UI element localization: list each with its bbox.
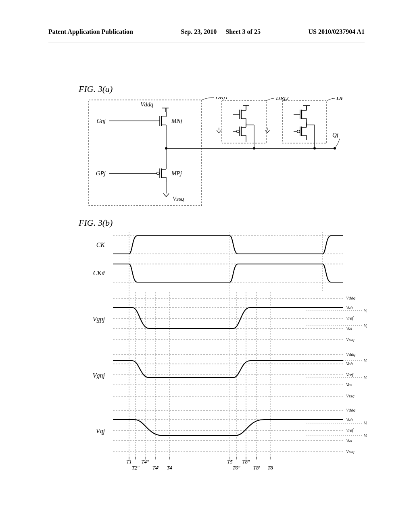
waveform-vgnj [113,361,343,378]
xtick: T4 [167,465,172,471]
signal-vgpj: Vgpj [93,316,105,323]
lvl: Vns [364,375,367,380]
svg-point-42 [313,147,316,150]
waveform-ckb [113,264,343,282]
lvl: Vref [346,316,354,320]
mnj-label: MNj [171,118,182,124]
page-header: Patent Application Publication Sep. 23, … [48,28,365,42]
lvl: Voh [346,361,353,366]
lvl: Vssq [346,393,355,398]
drj2-label: DRj2 [275,97,289,101]
xtick: T8' [253,465,260,471]
fig-3b-label: FIG. 3(b) [79,218,113,228]
lvl: Voh [346,417,353,422]
page: Patent Application Publication Sep. 23, … [0,0,413,532]
lvl: Vrh [364,420,367,425]
signal-vqj: Vqj [96,428,105,435]
lvl: Vddq [346,295,356,300]
drj2-box [222,101,266,143]
drj1-box [89,100,202,206]
lvl: Vref [346,428,354,432]
lvl: Vnh [364,358,367,363]
xtick: T5 [227,459,233,465]
header-sheet: Sheet 3 of 25 [225,28,261,40]
header-date: Sep. 23, 2010 [181,28,217,40]
waveform-vqj [113,420,343,436]
vssq-label: Vssq [173,195,184,202]
gpj-label: GPj [96,170,106,177]
drj1-label: DRj1 [215,97,228,100]
lvl: Vos [346,438,352,443]
svg-point-26 [165,147,167,150]
vddq-label: Vddq [140,101,153,108]
lvl: Vps [364,323,367,328]
lvl: Vos [346,326,352,330]
waveform-ck [113,236,343,254]
xtick: T8 [267,465,273,471]
xtick: T8" [242,459,250,465]
signal-vgnj: Vgnj [93,372,105,379]
gnj-label: Gnj [97,118,106,124]
fig-3a-label: FIG. 3(a) [79,84,113,94]
xtick: T4" [141,459,149,465]
svg-point-35 [253,147,255,150]
xtick: T1 [126,459,132,465]
fig-3b-timing: CK CK# Vddq Voh Vref Vos Vssq [85,232,343,457]
header-left: Patent Application Publication [48,28,133,40]
lvl: Vph [364,308,367,312]
drj3-label: DRj3 [336,97,343,101]
lvl: Vssq [346,337,355,342]
signal-ckb: CK# [93,270,105,276]
xtick: T2" [131,465,140,471]
fig-3a-schematic: DRj1 Vddq Gnj MNj Vssq [85,97,343,210]
lvl: Vddq [346,407,356,412]
lvl: Vos [346,382,352,387]
lvl: Voh [346,305,353,310]
mpj-label: MPj [171,170,182,177]
lvl: Vddq [346,352,356,357]
xtick: T4' [152,465,159,471]
lvl: Vrs [364,433,367,438]
drj3-box [282,101,327,143]
header-pubno: US 2010/0237904 A1 [308,28,365,40]
xtick: T6" [232,465,240,471]
lvl: Vssq [346,449,355,454]
signal-ck: CK [96,241,106,248]
waveform-vgpj [113,308,343,328]
lvl: Vref [346,372,354,377]
qj-label: Qj [332,132,338,138]
